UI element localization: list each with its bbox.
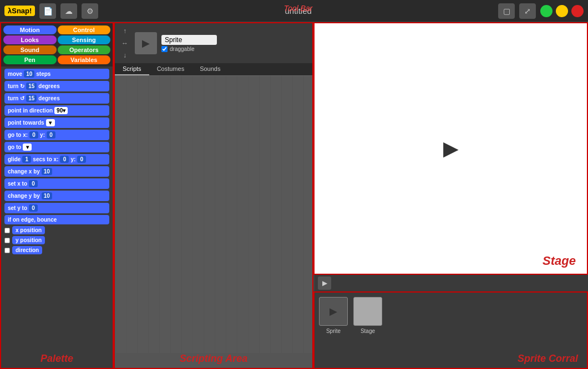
block-if-on-edge[interactable]: if on edge, bounce [4,215,109,224]
draggable-label: draggable [170,46,194,52]
settings-button[interactable]: ⚙ [82,3,98,19]
pause-button[interactable] [556,5,568,17]
sprite-nav-down[interactable]: ↓ [119,50,130,61]
new-file-button[interactable]: 📄 [39,3,56,19]
category-looks[interactable]: Looks [3,35,57,44]
corral-sprite-thumb: ▶ [319,297,348,326]
block-direction[interactable]: direction [4,246,109,254]
stage-area: ▶ Stage [313,22,588,275]
corral-sprite-name: Sprite [326,328,341,334]
block-move[interactable]: move10steps [4,69,109,79]
sprite-draggable-check[interactable]: draggable [161,46,217,52]
sprite-nav-up[interactable]: ↑ [119,25,130,37]
block-go-to-xy[interactable]: go to x:0y:0 [4,130,109,140]
stage-controls: ▶ [313,275,588,291]
sprite-name-input[interactable]: Sprite [161,35,217,45]
scripting-area-label: Scripting Area [115,353,312,368]
sprite-corral-label: Sprite Corral [518,353,578,365]
block-point-towards[interactable]: point towards▾ [4,117,109,128]
direction-checkbox[interactable] [4,248,10,253]
scripting-area-panel: ↑ ↔ ↓ ▶ Sprite draggable Scripts Costume… [114,22,313,369]
category-sound[interactable]: Sound [3,45,57,54]
script-canvas[interactable] [115,76,312,353]
project-title: untitled [285,6,311,16]
block-set-y[interactable]: set y to0 [4,203,109,213]
topbar: λSnap! 📄 ☁ ⚙ untitled Tool Bar ▢ ⤢ [0,0,588,22]
x-position-checkbox[interactable] [4,228,10,233]
category-sensing[interactable]: Sensing [58,35,111,44]
main-layout: Motion Control Looks Sensing Sound Opera… [0,22,588,369]
x-position-block[interactable]: x position [12,226,45,234]
logo[interactable]: λSnap! [4,6,35,16]
go-button[interactable] [540,5,552,17]
blocks-list: move10steps turn ↻15degrees turn ↺15degr… [1,66,113,368]
block-glide[interactable]: glide1secs to x:0y:0 [4,154,109,165]
direction-block[interactable]: direction [12,246,42,254]
tab-scripts[interactable]: Scripts [115,63,149,75]
sprite-corral-panel: ▶ Sprite Stage Sprite Corral [313,291,588,369]
block-turn-cw[interactable]: turn ↻15degrees [4,81,109,91]
sprite-preview: ▶ [135,32,157,54]
stage-label: Stage [543,254,576,268]
y-position-checkbox[interactable] [4,238,10,243]
stage-small-button[interactable]: ▢ [498,3,515,19]
y-position-block[interactable]: y position [12,236,45,244]
category-control[interactable]: Control [58,25,111,34]
category-variables[interactable]: Variables [58,55,111,64]
run-controls [540,5,584,17]
category-operators[interactable]: Operators [58,45,111,54]
block-set-x[interactable]: set x to0 [4,178,109,189]
right-panel: ▶ Stage ▶ ▶ Sprite Stage Sprite Corral [313,22,588,369]
corral-stage-thumb [353,297,382,326]
cloud-button[interactable]: ☁ [60,3,77,19]
corral-stage-name: Stage [361,328,375,334]
palette-categories: Motion Control Looks Sensing Sound Opera… [1,23,113,66]
corral-stage-item[interactable]: Stage [353,297,382,334]
corral-sprite-item[interactable]: ▶ Sprite [319,297,348,334]
category-motion[interactable]: Motion [3,25,57,34]
block-point-direction[interactable]: point in direction90▾ [4,105,109,116]
sprite-info: Sprite draggable [161,35,217,52]
tab-costumes[interactable]: Costumes [149,63,192,75]
block-change-y[interactable]: change y by10 [4,191,109,201]
stage-run-button[interactable]: ▶ [318,276,331,290]
sprite-rotate-left[interactable]: ↔ [119,38,130,49]
stage-sprite: ▶ [443,137,459,160]
draggable-checkbox[interactable] [161,46,168,52]
category-pen[interactable]: Pen [3,55,57,64]
script-tabs: Scripts Costumes Sounds [115,63,312,76]
block-x-position[interactable]: x position [4,226,109,234]
fullscreen-button[interactable]: ⤢ [519,3,536,19]
tab-sounds[interactable]: Sounds [192,63,228,75]
block-y-position[interactable]: y position [4,236,109,244]
stop-button[interactable] [571,5,584,17]
block-change-x[interactable]: change x by10 [4,166,109,177]
block-turn-ccw[interactable]: turn ↺15degrees [4,93,109,104]
palette-panel: Motion Control Looks Sensing Sound Opera… [0,22,114,369]
block-go-to[interactable]: go to▾ [4,142,109,152]
sprite-header: ↑ ↔ ↓ ▶ Sprite draggable [115,23,312,63]
